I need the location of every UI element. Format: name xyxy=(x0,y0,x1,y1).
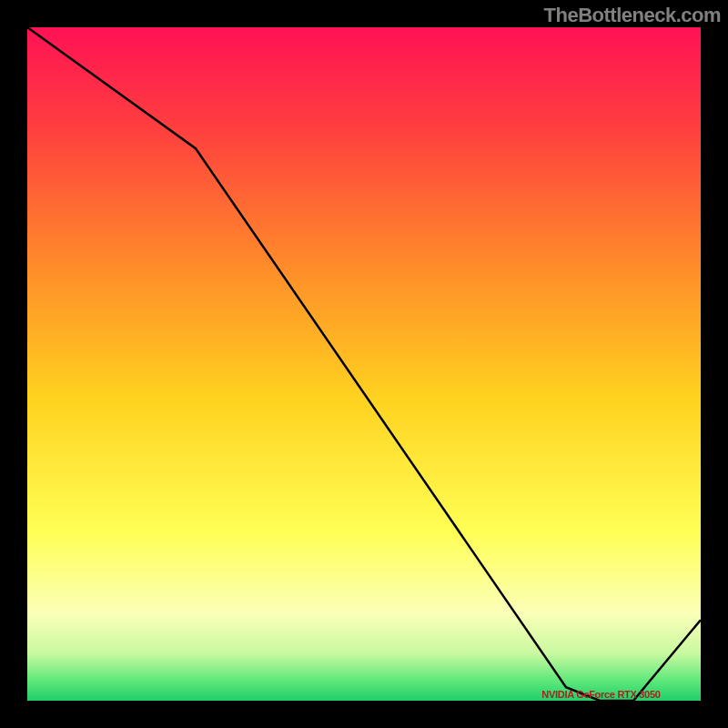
plot-area: NVIDIA GeForce RTX 3050 xyxy=(27,27,701,701)
chart-svg xyxy=(27,27,701,701)
watermark-text: TheBottleneck.com xyxy=(544,4,721,27)
chart-frame: TheBottleneck.com NVIDIA GeForce RTX 305… xyxy=(0,0,728,728)
gradient-background xyxy=(27,27,701,701)
gpu-annotation: NVIDIA GeForce RTX 3050 xyxy=(541,689,660,700)
